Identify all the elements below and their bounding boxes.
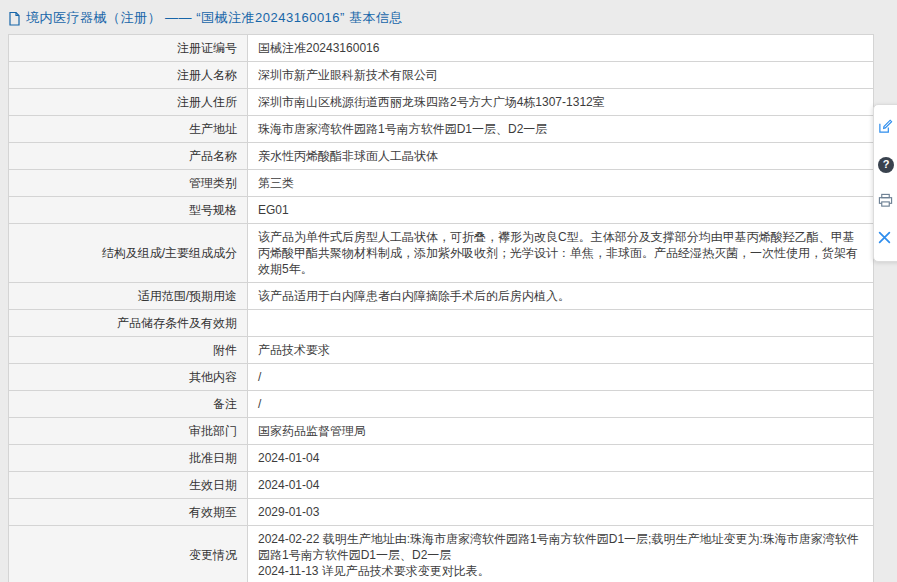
row-value: 产品技术要求: [248, 337, 874, 364]
row-value: 国家药品监督管理局: [248, 418, 874, 445]
table-row: 注册证编号国械注准20243160016: [9, 35, 874, 62]
row-label: 变更情况: [9, 526, 248, 582]
row-label: 注册人名称: [9, 62, 248, 89]
row-label: 型号规格: [9, 197, 248, 224]
table-row: 型号规格EG01: [9, 197, 874, 224]
row-value: 2024-01-04: [248, 472, 874, 499]
row-label: 注册人住所: [9, 89, 248, 116]
row-value: 2024-02-22 载明生产地址由:珠海市唐家湾软件园路1号南方软件园D1一层…: [248, 526, 874, 582]
row-value: [248, 310, 874, 337]
table-row: 注册人住所深圳市南山区桃源街道西丽龙珠四路2号方大广场4栋1307-1312室: [9, 89, 874, 116]
table-row: 适用范围/预期用途该产品适用于白内障患者白内障摘除手术后的后房内植入。: [9, 283, 874, 310]
page-title: 境内医疗器械（注册） —— “国械注准20243160016” 基本信息: [26, 9, 403, 27]
table-row: 结构及组成/主要组成成分该产品为单件式后房型人工晶状体，可折叠，襻形为改良C型。…: [9, 224, 874, 283]
table-row: 其他内容/: [9, 364, 874, 391]
row-label: 适用范围/预期用途: [9, 283, 248, 310]
info-table-body: 注册证编号国械注准20243160016注册人名称深圳市新产业眼科新技术有限公司…: [9, 35, 874, 582]
table-row: 产品名称亲水性丙烯酸酯非球面人工晶状体: [9, 143, 874, 170]
table-row: 批准日期2024-01-04: [9, 445, 874, 472]
row-value: 2024-01-04: [248, 445, 874, 472]
document-icon: [8, 11, 21, 26]
row-label: 注册证编号: [9, 35, 248, 62]
table-row: 有效期至2029-01-03: [9, 499, 874, 526]
table-row: 生效日期2024-01-04: [9, 472, 874, 499]
close-button[interactable]: [874, 220, 897, 257]
table-row: 管理类别第三类: [9, 170, 874, 197]
row-label: 结构及组成/主要组成成分: [9, 224, 248, 283]
row-label: 批准日期: [9, 445, 248, 472]
row-label: 附件: [9, 337, 248, 364]
row-value: /: [248, 391, 874, 418]
row-value: 该产品适用于白内障患者白内障摘除手术后的后房内植入。: [248, 283, 874, 310]
row-value: 亲水性丙烯酸酯非球面人工晶状体: [248, 143, 874, 170]
row-label: 管理类别: [9, 170, 248, 197]
page-header: 境内医疗器械（注册） —— “国械注准20243160016” 基本信息: [0, 0, 897, 34]
table-row: 备注/: [9, 391, 874, 418]
row-value: EG01: [248, 197, 874, 224]
edit-button[interactable]: [874, 109, 897, 146]
table-row: 审批部门国家药品监督管理局: [9, 418, 874, 445]
side-toolbar: ?: [873, 104, 897, 262]
row-value: 第三类: [248, 170, 874, 197]
row-value: 珠海市唐家湾软件园路1号南方软件园D1一层、D2一层: [248, 116, 874, 143]
row-value: 国械注准20243160016: [248, 35, 874, 62]
table-row: 生产地址珠海市唐家湾软件园路1号南方软件园D1一层、D2一层: [9, 116, 874, 143]
row-label: 审批部门: [9, 418, 248, 445]
row-label: 其他内容: [9, 364, 248, 391]
row-label: 产品名称: [9, 143, 248, 170]
row-label: 备注: [9, 391, 248, 418]
table-row: 注册人名称深圳市新产业眼科新技术有限公司: [9, 62, 874, 89]
row-value: 深圳市新产业眼科新技术有限公司: [248, 62, 874, 89]
row-label: 产品储存条件及有效期: [9, 310, 248, 337]
info-table: 注册证编号国械注准20243160016注册人名称深圳市新产业眼科新技术有限公司…: [8, 34, 874, 582]
table-row: 产品储存条件及有效期: [9, 310, 874, 337]
table-row: 变更情况2024-02-22 载明生产地址由:珠海市唐家湾软件园路1号南方软件园…: [9, 526, 874, 582]
row-value: 2029-01-03: [248, 499, 874, 526]
print-button[interactable]: [874, 183, 897, 220]
row-value: 深圳市南山区桃源街道西丽龙珠四路2号方大广场4栋1307-1312室: [248, 89, 874, 116]
row-label: 生产地址: [9, 116, 248, 143]
print-icon: [878, 193, 893, 211]
row-label: 有效期至: [9, 499, 248, 526]
help-icon: ?: [878, 157, 894, 173]
row-label: 生效日期: [9, 472, 248, 499]
table-row: 附件产品技术要求: [9, 337, 874, 364]
close-icon: [878, 231, 891, 247]
row-value: /: [248, 364, 874, 391]
help-button[interactable]: ?: [874, 146, 897, 183]
edit-icon: [878, 119, 893, 137]
row-value: 该产品为单件式后房型人工晶状体，可折叠，襻形为改良C型。主体部分及支撑部分均由甲…: [248, 224, 874, 283]
